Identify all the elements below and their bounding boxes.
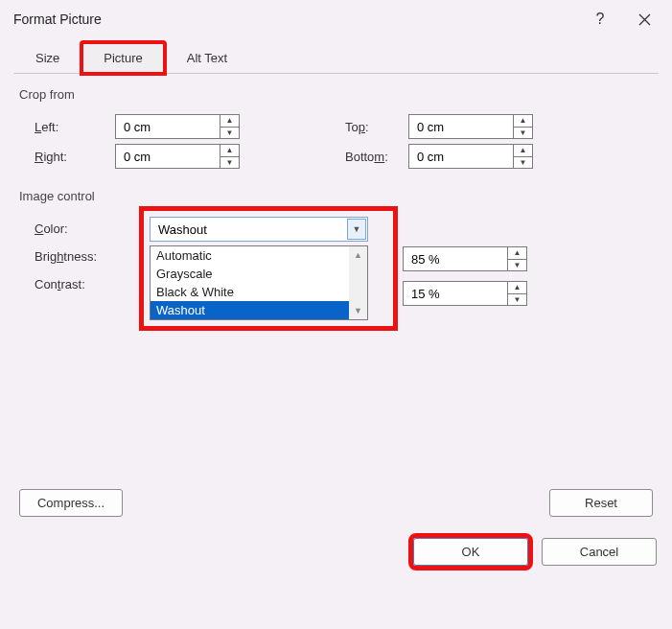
crop-left-spinner[interactable]: ▲▼ <box>115 114 240 139</box>
scroll-up-icon[interactable]: ▲ <box>349 246 367 264</box>
label-brightness: Brightness: <box>19 249 115 264</box>
chevron-up-icon[interactable]: ▲ <box>508 247 526 260</box>
label-contrast: Contrast: <box>19 277 115 291</box>
color-listbox[interactable]: Automatic Grayscale Black & White Washou… <box>150 245 368 320</box>
chevron-down-icon[interactable]: ▼ <box>508 260 526 271</box>
chevron-up-icon[interactable]: ▲ <box>220 115 239 128</box>
title-bar: Format Picture ? <box>0 0 672 38</box>
scroll-down-icon[interactable]: ▼ <box>349 302 367 319</box>
chevron-down-icon[interactable]: ▼ <box>514 128 532 139</box>
close-icon <box>638 13 651 26</box>
color-dropdown-highlight: ▼ Automatic Grayscale Black & White Wash… <box>144 211 393 326</box>
chevron-up-icon[interactable]: ▲ <box>514 115 532 128</box>
chevron-down-icon[interactable]: ▼ <box>508 294 526 306</box>
brightness-input[interactable] <box>404 247 507 270</box>
section-crop-from: Crop from <box>19 87 653 102</box>
ok-button[interactable]: OK <box>413 538 528 566</box>
color-option-washout[interactable]: Washout <box>151 301 367 319</box>
help-button[interactable]: ? <box>578 5 622 34</box>
color-option-grayscale[interactable]: Grayscale <box>151 265 367 283</box>
dialog-title: Format Picture <box>13 12 578 27</box>
chevron-up-icon[interactable]: ▲ <box>508 282 526 294</box>
crop-right-input[interactable] <box>116 145 220 168</box>
label-top: Top: <box>316 120 408 134</box>
color-option-automatic[interactable]: Automatic <box>151 246 367 265</box>
tab-strip: Size Picture Alt Text <box>13 42 659 74</box>
crop-left-input[interactable] <box>116 115 220 138</box>
close-button[interactable] <box>622 5 666 34</box>
chevron-up-icon[interactable]: ▲ <box>514 145 532 157</box>
crop-top-spinner[interactable]: ▲▼ <box>408 114 533 139</box>
chevron-down-icon[interactable]: ▼ <box>514 157 532 169</box>
label-left: Left: <box>19 120 115 134</box>
cancel-button[interactable]: Cancel <box>542 538 657 566</box>
compress-button[interactable]: Compress... <box>19 489 123 517</box>
tab-picture[interactable]: Picture <box>81 42 164 74</box>
color-combobox[interactable]: ▼ <box>150 217 368 242</box>
crop-right-spinner[interactable]: ▲▼ <box>115 144 240 169</box>
label-right: Right: <box>19 150 115 164</box>
listbox-scrollbar[interactable]: ▲ ▼ <box>349 246 367 319</box>
contrast-spinner[interactable]: ▲▼ <box>403 281 527 306</box>
color-option-blackwhite[interactable]: Black & White <box>151 283 367 301</box>
crop-bottom-spinner[interactable]: ▲▼ <box>408 144 533 169</box>
tab-size[interactable]: Size <box>13 42 81 74</box>
brightness-spinner[interactable]: ▲▼ <box>403 246 527 271</box>
chevron-down-icon[interactable]: ▼ <box>220 157 239 169</box>
section-image-control: Image control <box>19 189 653 203</box>
chevron-up-icon[interactable]: ▲ <box>220 145 239 157</box>
label-color: Color: <box>19 221 115 236</box>
label-bottom: Bottom: <box>316 150 408 164</box>
contrast-input[interactable] <box>404 282 507 305</box>
color-selected-value[interactable] <box>151 218 346 241</box>
tab-alttext[interactable]: Alt Text <box>165 42 249 74</box>
chevron-down-icon[interactable]: ▼ <box>347 219 366 240</box>
crop-bottom-input[interactable] <box>409 145 513 168</box>
chevron-down-icon[interactable]: ▼ <box>220 128 239 139</box>
reset-button[interactable]: Reset <box>549 489 653 517</box>
crop-top-input[interactable] <box>409 115 513 138</box>
